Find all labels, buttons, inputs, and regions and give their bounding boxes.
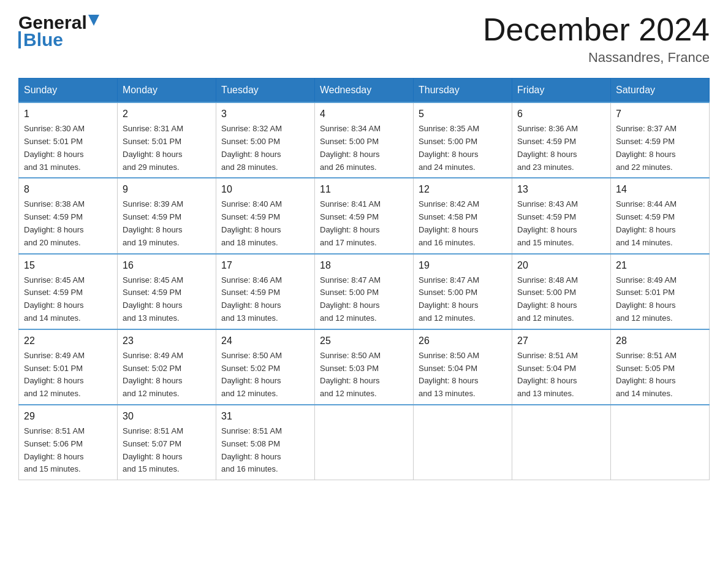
day-cell: 15 Sunrise: 8:45 AMSunset: 4:59 PMDaylig…	[19, 254, 118, 329]
week-row-4: 22 Sunrise: 8:49 AMSunset: 5:01 PMDaylig…	[19, 329, 710, 405]
day-cell: 9 Sunrise: 8:39 AMSunset: 4:59 PMDayligh…	[118, 178, 216, 253]
day-cell	[512, 405, 611, 480]
day-cell: 16 Sunrise: 8:45 AMSunset: 4:59 PMDaylig…	[118, 254, 216, 329]
day-cell: 26 Sunrise: 8:50 AMSunset: 5:04 PMDaylig…	[414, 329, 512, 405]
day-number: 7	[616, 107, 704, 121]
col-header-tuesday: Tuesday	[216, 79, 315, 103]
day-number: 24	[221, 334, 309, 348]
calendar-table: SundayMondayTuesdayWednesdayThursdayFrid…	[18, 78, 710, 480]
day-info: Sunrise: 8:44 AMSunset: 4:59 PMDaylight:…	[616, 199, 677, 247]
day-info: Sunrise: 8:32 AMSunset: 5:00 PMDaylight:…	[221, 124, 282, 171]
day-number: 11	[320, 182, 408, 197]
day-info: Sunrise: 8:51 AMSunset: 5:06 PMDaylight:…	[24, 426, 85, 473]
day-cell: 14 Sunrise: 8:44 AMSunset: 4:59 PMDaylig…	[611, 178, 710, 253]
week-row-3: 15 Sunrise: 8:45 AMSunset: 4:59 PMDaylig…	[19, 254, 710, 329]
day-info: Sunrise: 8:38 AMSunset: 4:59 PMDaylight:…	[24, 199, 85, 247]
day-number: 14	[616, 182, 704, 197]
day-number: 21	[616, 258, 704, 273]
day-cell: 13 Sunrise: 8:43 AMSunset: 4:59 PMDaylig…	[512, 178, 611, 253]
header-row: SundayMondayTuesdayWednesdayThursdayFrid…	[19, 79, 710, 103]
day-cell: 6 Sunrise: 8:36 AMSunset: 4:59 PMDayligh…	[512, 102, 611, 178]
day-cell	[414, 405, 512, 480]
day-cell: 7 Sunrise: 8:37 AMSunset: 4:59 PMDayligh…	[611, 102, 710, 178]
day-cell: 12 Sunrise: 8:42 AMSunset: 4:58 PMDaylig…	[414, 178, 512, 253]
day-info: Sunrise: 8:47 AMSunset: 5:00 PMDaylight:…	[320, 275, 381, 323]
day-number: 13	[517, 182, 605, 197]
day-number: 31	[221, 409, 309, 424]
day-cell: 18 Sunrise: 8:47 AMSunset: 5:00 PMDaylig…	[315, 254, 414, 329]
day-info: Sunrise: 8:31 AMSunset: 5:01 PMDaylight:…	[123, 124, 183, 171]
day-number: 15	[24, 258, 112, 273]
day-info: Sunrise: 8:50 AMSunset: 5:02 PMDaylight:…	[221, 351, 282, 398]
week-row-1: 1 Sunrise: 8:30 AMSunset: 5:01 PMDayligh…	[19, 102, 710, 178]
day-info: Sunrise: 8:40 AMSunset: 4:59 PMDaylight:…	[221, 199, 282, 247]
day-info: Sunrise: 8:51 AMSunset: 5:07 PMDaylight:…	[123, 426, 183, 473]
day-cell: 19 Sunrise: 8:47 AMSunset: 5:00 PMDaylig…	[414, 254, 512, 329]
day-number: 18	[320, 258, 408, 273]
day-info: Sunrise: 8:46 AMSunset: 4:59 PMDaylight:…	[221, 275, 282, 323]
day-number: 20	[517, 258, 605, 273]
logo-blue-text: Blue	[23, 29, 63, 50]
page-header: General Blue December 2024 Nassandres, F…	[18, 12, 710, 66]
day-info: Sunrise: 8:50 AMSunset: 5:04 PMDaylight:…	[419, 351, 479, 398]
day-cell: 21 Sunrise: 8:49 AMSunset: 5:01 PMDaylig…	[611, 254, 710, 329]
day-info: Sunrise: 8:47 AMSunset: 5:00 PMDaylight:…	[419, 275, 479, 323]
day-info: Sunrise: 8:37 AMSunset: 4:59 PMDaylight:…	[616, 124, 677, 171]
day-number: 22	[24, 334, 112, 348]
day-cell	[315, 405, 414, 480]
week-row-5: 29 Sunrise: 8:51 AMSunset: 5:06 PMDaylig…	[19, 405, 710, 480]
col-header-monday: Monday	[118, 79, 216, 103]
day-info: Sunrise: 8:51 AMSunset: 5:04 PMDaylight:…	[517, 351, 578, 398]
col-header-sunday: Sunday	[19, 79, 118, 103]
day-info: Sunrise: 8:39 AMSunset: 4:59 PMDaylight:…	[123, 199, 183, 247]
day-number: 17	[221, 258, 309, 273]
day-cell: 5 Sunrise: 8:35 AMSunset: 5:00 PMDayligh…	[414, 102, 512, 178]
day-number: 19	[419, 258, 507, 273]
col-header-wednesday: Wednesday	[315, 79, 414, 103]
day-cell: 24 Sunrise: 8:50 AMSunset: 5:02 PMDaylig…	[216, 329, 315, 405]
day-number: 4	[320, 107, 408, 121]
week-row-2: 8 Sunrise: 8:38 AMSunset: 4:59 PMDayligh…	[19, 178, 710, 253]
day-info: Sunrise: 8:48 AMSunset: 5:00 PMDaylight:…	[517, 275, 578, 323]
col-header-friday: Friday	[512, 79, 611, 103]
day-cell	[611, 405, 710, 480]
day-cell: 3 Sunrise: 8:32 AMSunset: 5:00 PMDayligh…	[216, 102, 315, 178]
day-info: Sunrise: 8:41 AMSunset: 4:59 PMDaylight:…	[320, 199, 381, 247]
day-info: Sunrise: 8:42 AMSunset: 4:58 PMDaylight:…	[419, 199, 479, 247]
col-header-thursday: Thursday	[414, 79, 512, 103]
day-cell: 20 Sunrise: 8:48 AMSunset: 5:00 PMDaylig…	[512, 254, 611, 329]
day-info: Sunrise: 8:30 AMSunset: 5:01 PMDaylight:…	[24, 124, 85, 171]
day-number: 29	[24, 409, 112, 424]
day-number: 10	[221, 182, 309, 197]
day-cell: 22 Sunrise: 8:49 AMSunset: 5:01 PMDaylig…	[19, 329, 118, 405]
logo: General Blue	[18, 12, 99, 50]
day-info: Sunrise: 8:51 AMSunset: 5:05 PMDaylight:…	[616, 351, 677, 398]
day-info: Sunrise: 8:51 AMSunset: 5:08 PMDaylight:…	[221, 426, 282, 473]
day-number: 23	[123, 334, 211, 348]
day-number: 25	[320, 334, 408, 348]
day-cell: 29 Sunrise: 8:51 AMSunset: 5:06 PMDaylig…	[19, 405, 118, 480]
day-cell: 25 Sunrise: 8:50 AMSunset: 5:03 PMDaylig…	[315, 329, 414, 405]
day-info: Sunrise: 8:49 AMSunset: 5:02 PMDaylight:…	[123, 351, 183, 398]
location: Nassandres, France	[483, 50, 710, 66]
day-number: 1	[24, 107, 112, 121]
month-title: December 2024	[483, 12, 710, 47]
day-cell: 2 Sunrise: 8:31 AMSunset: 5:01 PMDayligh…	[118, 102, 216, 178]
day-info: Sunrise: 8:49 AMSunset: 5:01 PMDaylight:…	[616, 275, 677, 323]
day-number: 27	[517, 334, 605, 348]
day-cell: 10 Sunrise: 8:40 AMSunset: 4:59 PMDaylig…	[216, 178, 315, 253]
day-info: Sunrise: 8:43 AMSunset: 4:59 PMDaylight:…	[517, 199, 578, 247]
day-cell: 4 Sunrise: 8:34 AMSunset: 5:00 PMDayligh…	[315, 102, 414, 178]
col-header-saturday: Saturday	[611, 79, 710, 103]
title-section: December 2024 Nassandres, France	[483, 12, 710, 66]
day-number: 8	[24, 182, 112, 197]
day-cell: 1 Sunrise: 8:30 AMSunset: 5:01 PMDayligh…	[19, 102, 118, 178]
day-info: Sunrise: 8:36 AMSunset: 4:59 PMDaylight:…	[517, 124, 578, 171]
day-cell: 8 Sunrise: 8:38 AMSunset: 4:59 PMDayligh…	[19, 178, 118, 253]
day-cell: 31 Sunrise: 8:51 AMSunset: 5:08 PMDaylig…	[216, 405, 315, 480]
day-cell: 11 Sunrise: 8:41 AMSunset: 4:59 PMDaylig…	[315, 178, 414, 253]
day-number: 16	[123, 258, 211, 273]
day-info: Sunrise: 8:45 AMSunset: 4:59 PMDaylight:…	[123, 275, 183, 323]
day-number: 28	[616, 334, 704, 348]
day-cell: 30 Sunrise: 8:51 AMSunset: 5:07 PMDaylig…	[118, 405, 216, 480]
